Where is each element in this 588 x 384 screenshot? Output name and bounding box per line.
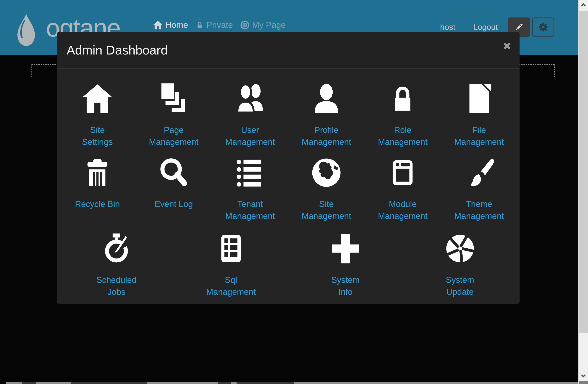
scroll-up-button[interactable]	[579, 0, 588, 11]
tile-label: User Management	[225, 124, 275, 148]
file-icon	[463, 82, 495, 115]
tile-site-management[interactable]: Site Management	[288, 156, 364, 222]
home-icon	[81, 82, 114, 115]
nav-item-label: Home	[165, 20, 188, 30]
scrollbar-thumb[interactable]	[579, 11, 588, 333]
tile-profile-management[interactable]: Profile Management	[288, 81, 364, 148]
close-button[interactable]	[501, 40, 513, 52]
tile-label: Scheduled Jobs	[96, 274, 137, 298]
list-icon	[234, 156, 266, 189]
brand-drop-icon	[18, 13, 35, 46]
scrollbar-corner	[579, 381, 588, 384]
tile-module-management[interactable]: Module Management	[364, 156, 441, 222]
tile-label: Theme Management	[454, 198, 504, 222]
tile-label: File Management	[454, 124, 504, 148]
pencil-icon	[514, 22, 524, 32]
chevron-down-icon	[580, 372, 587, 379]
modal-title: Admin Dashboard	[67, 43, 168, 57]
chevron-up-icon	[580, 2, 587, 9]
nav-item-my-page[interactable]: My Page	[240, 20, 286, 30]
nav-item-label: Private	[207, 20, 233, 30]
tile-tenant-management[interactable]: Tenant Management	[212, 156, 288, 222]
nav-item-label: My Page	[252, 20, 286, 30]
nav-item-private[interactable]: Private	[195, 20, 233, 30]
tile-system-update[interactable]: System Update	[403, 231, 518, 298]
tile-user-management[interactable]: User Management	[212, 81, 288, 148]
tile-row-2: Recycle Bin Event Log	[57, 156, 520, 222]
tile-label: Tenant Management	[225, 198, 275, 222]
vertical-scrollbar[interactable]	[578, 0, 588, 384]
modal-header: Admin Dashboard	[57, 32, 520, 68]
admin-dashboard-modal: Admin Dashboard Site Settings	[57, 32, 520, 304]
tile-label: Event Log	[155, 198, 193, 210]
trash-icon	[82, 158, 113, 188]
tile-row-3: Scheduled Jobs Sql Management Syste	[57, 231, 520, 298]
tile-label: Sql Management	[206, 274, 256, 298]
nav-item-home[interactable]: Home	[153, 20, 188, 30]
tile-label: Page Management	[149, 124, 199, 148]
tile-event-log[interactable]: Event Log	[136, 156, 212, 222]
tile-label: System Info	[332, 274, 360, 298]
modal-body: Site Settings Page Management	[57, 68, 520, 298]
tile-label: Module Management	[378, 198, 428, 222]
magnifier-icon	[157, 156, 190, 189]
tile-system-info[interactable]: System Info	[288, 231, 403, 298]
username-link[interactable]: host	[440, 23, 455, 32]
tile-label: Profile Management	[302, 124, 351, 148]
window-icon	[387, 157, 419, 189]
clipped-bottom-content	[6, 382, 578, 384]
close-icon	[502, 41, 512, 51]
logout-link[interactable]: Logout	[473, 23, 498, 32]
tile-scheduled-jobs[interactable]: Scheduled Jobs	[59, 231, 174, 298]
tile-label: Role Management	[378, 124, 428, 148]
tile-site-settings[interactable]: Site Settings	[59, 81, 136, 148]
aperture-icon	[444, 232, 476, 265]
tile-label: System Update	[446, 274, 474, 298]
timer-icon	[101, 233, 132, 264]
table-icon	[215, 232, 247, 265]
tile-row-1: Site Settings Page Management	[57, 81, 520, 148]
people-icon	[234, 82, 266, 115]
tile-label: Site Management	[302, 198, 351, 222]
pages-icon	[157, 82, 190, 115]
tile-file-management[interactable]: File Management	[441, 81, 517, 148]
tile-recycle-bin[interactable]: Recycle Bin	[59, 156, 136, 222]
settings-button[interactable]	[532, 18, 554, 37]
tile-theme-management[interactable]: Theme Management	[441, 156, 517, 222]
lock-icon	[195, 21, 204, 29]
tile-label: Site Settings	[82, 124, 113, 148]
gear-icon	[538, 22, 548, 32]
main-nav: Home Private My Page	[153, 18, 286, 33]
cross-icon	[329, 232, 362, 265]
home-icon	[153, 20, 163, 30]
brush-icon	[463, 156, 495, 189]
lock-icon	[387, 83, 418, 114]
target-icon	[240, 21, 250, 30]
tile-role-management[interactable]: Role Management	[364, 81, 441, 148]
globe-icon	[310, 156, 343, 189]
person-icon	[310, 82, 343, 115]
tile-sql-management[interactable]: Sql Management	[174, 231, 289, 298]
tile-page-management[interactable]: Page Management	[136, 81, 212, 148]
scroll-down-button[interactable]	[579, 370, 588, 381]
tile-label: Recycle Bin	[75, 198, 120, 210]
